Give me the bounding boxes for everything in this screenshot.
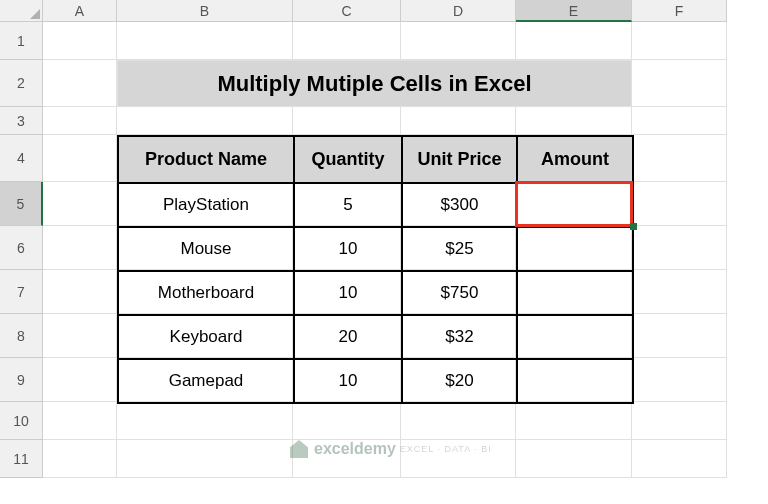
row-header-6[interactable]: 6 [0, 226, 43, 270]
row-headers: 1 2 3 4 5 6 7 8 9 10 11 [0, 22, 43, 478]
data-table: Product Name Quantity Unit Price Amount … [117, 135, 634, 404]
col-header-D[interactable]: D [401, 0, 516, 22]
cell-product[interactable]: Mouse [118, 227, 294, 271]
col-header-A[interactable]: A [43, 0, 117, 22]
select-all-button[interactable] [0, 0, 43, 22]
cell-unitprice[interactable]: $32 [402, 315, 517, 359]
cell-unitprice[interactable]: $25 [402, 227, 517, 271]
row-header-1[interactable]: 1 [0, 22, 43, 60]
row-header-3[interactable]: 3 [0, 107, 43, 135]
table-row: Keyboard 20 $32 [118, 315, 633, 359]
watermark: exceldemy EXCEL · DATA · BI [290, 440, 492, 458]
row-header-8[interactable]: 8 [0, 314, 43, 358]
column-headers: A B C D E F [43, 0, 727, 22]
cell-amount[interactable] [517, 271, 633, 315]
cell-product[interactable]: Keyboard [118, 315, 294, 359]
cell-quantity[interactable]: 5 [294, 183, 402, 227]
cell-product[interactable]: Gamepad [118, 359, 294, 403]
header-quantity[interactable]: Quantity [294, 136, 402, 183]
cell-unitprice[interactable]: $300 [402, 183, 517, 227]
table-row: Gamepad 10 $20 [118, 359, 633, 403]
cell-quantity[interactable]: 10 [294, 227, 402, 271]
watermark-tagline: EXCEL · DATA · BI [400, 444, 492, 454]
row-header-2[interactable]: 2 [0, 60, 43, 107]
row-header-9[interactable]: 9 [0, 358, 43, 402]
row-header-11[interactable]: 11 [0, 440, 43, 478]
watermark-brand: exceldemy [314, 440, 396, 458]
cell-amount[interactable] [517, 183, 633, 227]
cell-amount[interactable] [517, 359, 633, 403]
logo-icon [290, 440, 308, 458]
row-header-7[interactable]: 7 [0, 270, 43, 314]
cell-quantity[interactable]: 20 [294, 315, 402, 359]
col-header-E[interactable]: E [516, 0, 632, 22]
col-header-C[interactable]: C [293, 0, 401, 22]
row-header-4[interactable]: 4 [0, 135, 43, 182]
cell-quantity[interactable]: 10 [294, 359, 402, 403]
fill-handle[interactable] [630, 223, 637, 230]
col-header-F[interactable]: F [632, 0, 727, 22]
header-amount[interactable]: Amount [517, 136, 633, 183]
cell-amount[interactable] [517, 227, 633, 271]
header-product[interactable]: Product Name [118, 136, 294, 183]
cell-product[interactable]: PlayStation [118, 183, 294, 227]
table-row: Motherboard 10 $750 [118, 271, 633, 315]
cell-unitprice[interactable]: $20 [402, 359, 517, 403]
table-row: PlayStation 5 $300 [118, 183, 633, 227]
cell-unitprice[interactable]: $750 [402, 271, 517, 315]
table-row: Mouse 10 $25 [118, 227, 633, 271]
cell-product[interactable]: Motherboard [118, 271, 294, 315]
cell-quantity[interactable]: 10 [294, 271, 402, 315]
grid-area[interactable]: Multiply Mutiple Cells in Excel Product … [43, 22, 727, 478]
col-header-B[interactable]: B [117, 0, 293, 22]
table-header-row: Product Name Quantity Unit Price Amount [118, 136, 633, 183]
cell-amount[interactable] [517, 315, 633, 359]
header-unitprice[interactable]: Unit Price [402, 136, 517, 183]
row-header-5[interactable]: 5 [0, 182, 43, 226]
row-header-10[interactable]: 10 [0, 402, 43, 440]
title-cell[interactable]: Multiply Mutiple Cells in Excel [117, 60, 632, 107]
